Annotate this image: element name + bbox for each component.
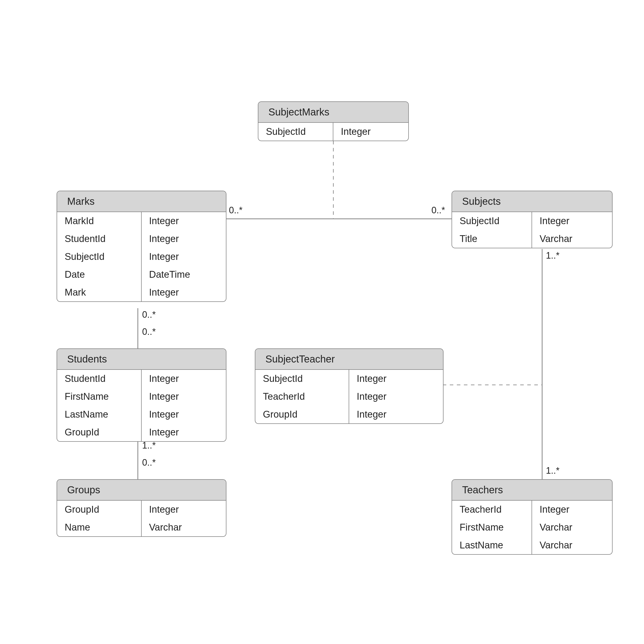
attr-type: Integer bbox=[349, 370, 443, 388]
attr-type: DateTime bbox=[142, 266, 226, 284]
multiplicity-label: 0..* bbox=[142, 327, 156, 337]
attr-type: Integer bbox=[142, 248, 226, 266]
attr-name: MarkId bbox=[57, 212, 142, 230]
multiplicity-label: 0..* bbox=[142, 309, 156, 320]
entity-title: SubjectMarks bbox=[258, 102, 408, 123]
entity-title: Marks bbox=[57, 191, 226, 212]
attr-type: Integer bbox=[349, 406, 443, 423]
attr-name: SubjectId bbox=[255, 370, 349, 388]
multiplicity-label: 0..* bbox=[431, 205, 445, 216]
entity-title: Groups bbox=[57, 480, 226, 501]
attr-name: Name bbox=[57, 518, 142, 536]
attr-name: SubjectId bbox=[258, 123, 333, 141]
entity-title: Subjects bbox=[452, 191, 612, 212]
attr-name: Date bbox=[57, 266, 142, 284]
entity-title: SubjectTeacher bbox=[255, 349, 443, 370]
multiplicity-label: 0..* bbox=[229, 205, 243, 216]
attr-name: LastName bbox=[57, 406, 142, 423]
multiplicity-label: 1..* bbox=[142, 440, 156, 451]
attr-name: GroupId bbox=[255, 406, 349, 423]
attr-type: Varchar bbox=[532, 230, 612, 248]
multiplicity-label: 1..* bbox=[546, 250, 559, 261]
attr-name: SubjectId bbox=[57, 248, 142, 266]
attr-type: Integer bbox=[142, 212, 226, 230]
attr-type: Integer bbox=[333, 123, 408, 141]
attr-name: GroupId bbox=[57, 501, 142, 518]
attr-name: TeacherId bbox=[452, 501, 532, 518]
attr-name: StudentId bbox=[57, 370, 142, 388]
attr-type: Integer bbox=[142, 423, 226, 441]
attr-name: LastName bbox=[452, 536, 532, 554]
entity-title: Students bbox=[57, 349, 226, 370]
attr-type: Integer bbox=[349, 388, 443, 406]
attr-type: Integer bbox=[142, 284, 226, 301]
entity-title: Teachers bbox=[452, 480, 612, 501]
entity-marks: Marks MarkId Integer StudentId Integer S… bbox=[57, 191, 226, 302]
attr-name: TeacherId bbox=[255, 388, 349, 406]
entity-students: Students StudentId Integer FirstName Int… bbox=[57, 348, 226, 442]
attr-type: Varchar bbox=[532, 536, 612, 554]
attr-type: Varchar bbox=[532, 518, 612, 536]
attr-name: FirstName bbox=[57, 388, 142, 406]
entity-teachers: Teachers TeacherId Integer FirstName Var… bbox=[452, 479, 613, 555]
attr-name: FirstName bbox=[452, 518, 532, 536]
attr-type: Varchar bbox=[142, 518, 226, 536]
diagram-canvas: SubjectMarks SubjectId Integer Marks Mar… bbox=[0, 0, 644, 644]
attr-type: Integer bbox=[532, 212, 612, 230]
multiplicity-label: 0..* bbox=[142, 457, 156, 468]
entity-subjectteacher: SubjectTeacher SubjectId Integer Teacher… bbox=[255, 348, 444, 424]
attr-type: Integer bbox=[142, 370, 226, 388]
entity-subjects: Subjects SubjectId Integer Title Varchar bbox=[452, 191, 613, 248]
attr-type: Integer bbox=[142, 501, 226, 518]
attr-type: Integer bbox=[142, 388, 226, 406]
multiplicity-label: 1..* bbox=[546, 465, 559, 476]
attr-name: Mark bbox=[57, 284, 142, 301]
attr-type: Integer bbox=[142, 230, 226, 248]
attr-type: Integer bbox=[532, 501, 612, 518]
attr-name: Title bbox=[452, 230, 532, 248]
attr-name: SubjectId bbox=[452, 212, 532, 230]
entity-groups: Groups GroupId Integer Name Varchar bbox=[57, 479, 226, 537]
attr-type: Integer bbox=[142, 406, 226, 423]
attr-name: StudentId bbox=[57, 230, 142, 248]
attr-name: GroupId bbox=[57, 423, 142, 441]
entity-subjectmarks: SubjectMarks SubjectId Integer bbox=[258, 101, 409, 141]
